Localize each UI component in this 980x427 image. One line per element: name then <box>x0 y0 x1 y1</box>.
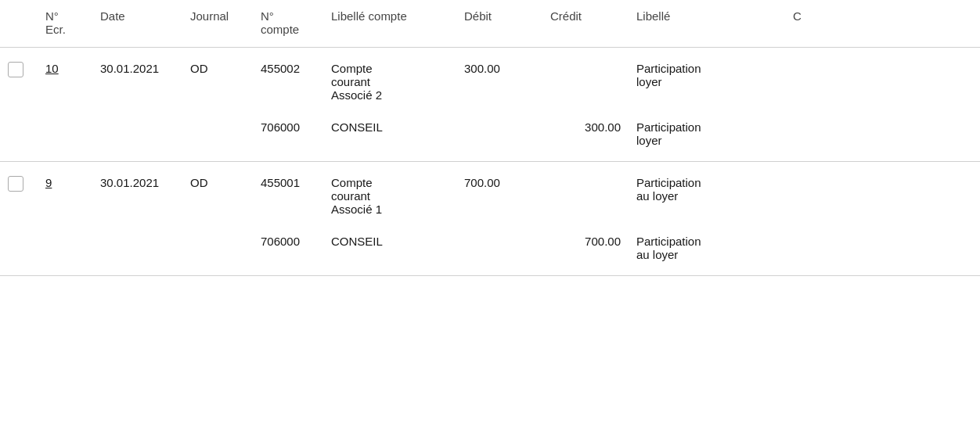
necr-cell: 10 <box>38 48 92 110</box>
debit-cell <box>456 109 542 162</box>
extra-cell <box>785 224 980 276</box>
compte-cell: 455002 <box>253 48 323 110</box>
col-header-debit: Débit <box>456 0 542 48</box>
credit-cell <box>542 162 629 224</box>
credit-cell: 300.00 <box>542 109 629 162</box>
necr-cell <box>38 109 92 162</box>
entry-number-link[interactable]: 10 <box>45 62 59 75</box>
table-row: 930.01.2021OD455001Compte courant Associ… <box>0 162 980 224</box>
extra-cell <box>785 162 980 224</box>
compte-cell: 706000 <box>253 224 323 276</box>
col-header-compte-line1: N° <box>261 9 274 23</box>
col-header-necr-line2: Ecr. <box>45 23 66 36</box>
date-cell: 30.01.2021 <box>92 162 182 224</box>
journal-table: N° Ecr. Date Journal N° compte Libellé c… <box>0 0 980 276</box>
libelle-cell: Participation loyer <box>629 48 785 110</box>
checkbox-cell <box>0 224 38 276</box>
journal-cell: OD <box>182 162 253 224</box>
date-cell <box>92 109 182 162</box>
col-header-libelle-compte: Libellé compte <box>323 0 456 48</box>
table-row: 706000CONSEIL300.00Participation loyer <box>0 109 980 162</box>
debit-cell <box>456 224 542 276</box>
compte-cell: 706000 <box>253 109 323 162</box>
journal-cell: OD <box>182 48 253 110</box>
col-header-libelle: Libellé <box>629 0 785 48</box>
entry-number-link[interactable]: 9 <box>45 176 52 189</box>
libelle-compte-cell: Compte courant Associé 1 <box>323 162 456 224</box>
date-cell <box>92 224 182 276</box>
col-header-journal: Journal <box>182 0 253 48</box>
col-header-necr-line1: N° <box>45 9 59 23</box>
libelle-compte-cell: Compte courant Associé 2 <box>323 48 456 110</box>
table-row: 1030.01.2021OD455002Compte courant Assoc… <box>0 48 980 110</box>
debit-cell: 300.00 <box>456 48 542 110</box>
row-checkbox[interactable] <box>8 62 23 77</box>
libelle-compte-cell: CONSEIL <box>323 224 456 276</box>
compte-cell: 455001 <box>253 162 323 224</box>
journal-cell <box>182 109 253 162</box>
col-header-extra: C <box>785 0 980 48</box>
extra-cell <box>785 109 980 162</box>
col-header-necr: N° Ecr. <box>38 0 92 48</box>
libelle-cell: Participation loyer <box>629 109 785 162</box>
necr-cell <box>38 224 92 276</box>
table-row: 706000CONSEIL700.00Participation au loye… <box>0 224 980 276</box>
col-header-checkbox <box>0 0 38 48</box>
col-header-compte: N° compte <box>253 0 323 48</box>
credit-cell <box>542 48 629 110</box>
row-checkbox[interactable] <box>8 176 23 192</box>
date-cell: 30.01.2021 <box>92 48 182 110</box>
col-header-credit: Crédit <box>542 0 629 48</box>
col-header-compte-line2: compte <box>261 23 299 36</box>
extra-cell <box>785 48 980 110</box>
necr-cell: 9 <box>38 162 92 224</box>
libelle-cell: Participation au loyer <box>629 162 785 224</box>
debit-cell: 700.00 <box>456 162 542 224</box>
libelle-compte-cell: CONSEIL <box>323 109 456 162</box>
checkbox-cell <box>0 109 38 162</box>
checkbox-cell <box>0 48 38 110</box>
credit-cell: 700.00 <box>542 224 629 276</box>
checkbox-cell <box>0 162 38 224</box>
col-header-date: Date <box>92 0 182 48</box>
journal-table-container: N° Ecr. Date Journal N° compte Libellé c… <box>0 0 980 276</box>
journal-cell <box>182 224 253 276</box>
libelle-cell: Participation au loyer <box>629 224 785 276</box>
